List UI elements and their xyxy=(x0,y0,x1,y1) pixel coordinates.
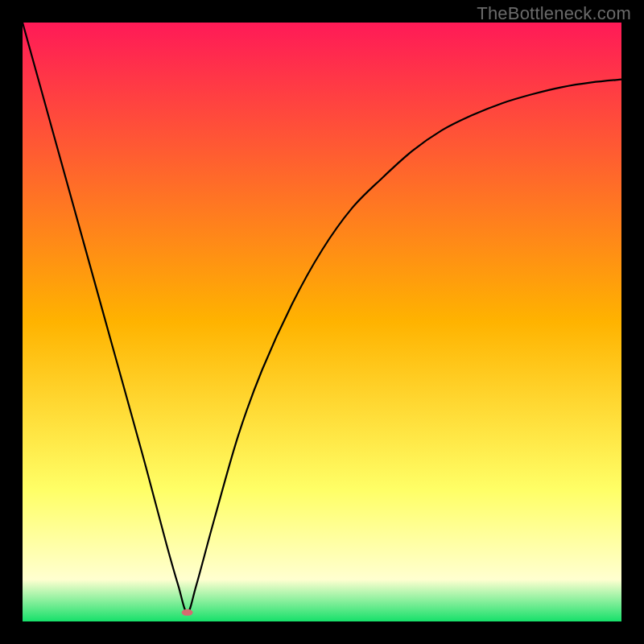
minimum-marker xyxy=(182,609,193,616)
watermark-text: TheBottleneck.com xyxy=(477,3,631,24)
plot-area xyxy=(23,23,621,621)
chart-svg xyxy=(23,23,621,621)
gradient-background xyxy=(23,23,621,621)
chart-frame: TheBottleneck.com xyxy=(0,0,644,644)
